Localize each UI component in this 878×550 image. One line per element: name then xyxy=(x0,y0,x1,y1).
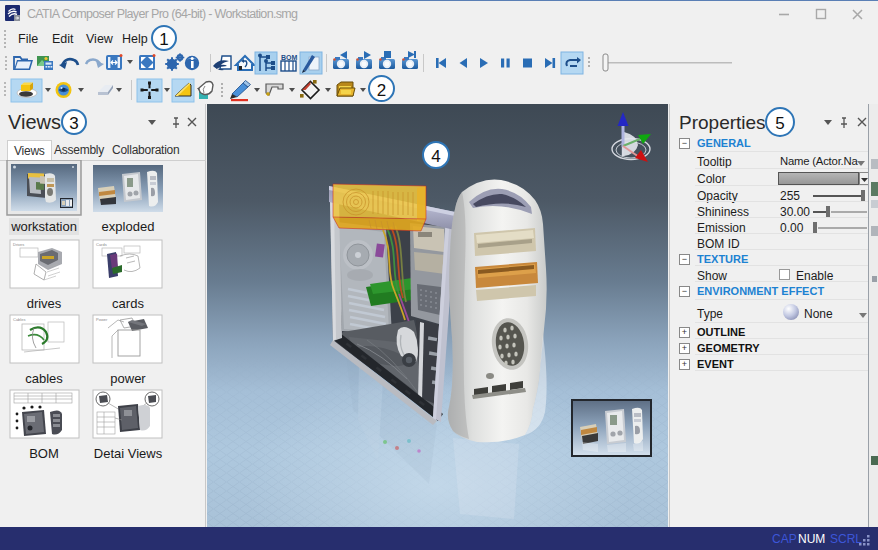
svg-text:Detai Views: Detai Views xyxy=(94,446,163,460)
svg-text:drives: drives xyxy=(27,296,62,311)
svg-text:exploded: exploded xyxy=(102,219,155,234)
svg-text:cables: cables xyxy=(25,371,63,386)
svg-text:Cards: Cards xyxy=(96,242,107,247)
svg-text:Power: Power xyxy=(96,317,108,322)
svg-text:Drives: Drives xyxy=(13,242,24,247)
svg-text:power: power xyxy=(110,371,146,386)
svg-text:workstation: workstation xyxy=(10,219,77,234)
svg-text:BOM: BOM xyxy=(29,446,59,460)
svg-text:cards: cards xyxy=(112,296,144,311)
svg-text:BOM: BOM xyxy=(281,54,298,61)
svg-text:Cables: Cables xyxy=(13,317,25,322)
